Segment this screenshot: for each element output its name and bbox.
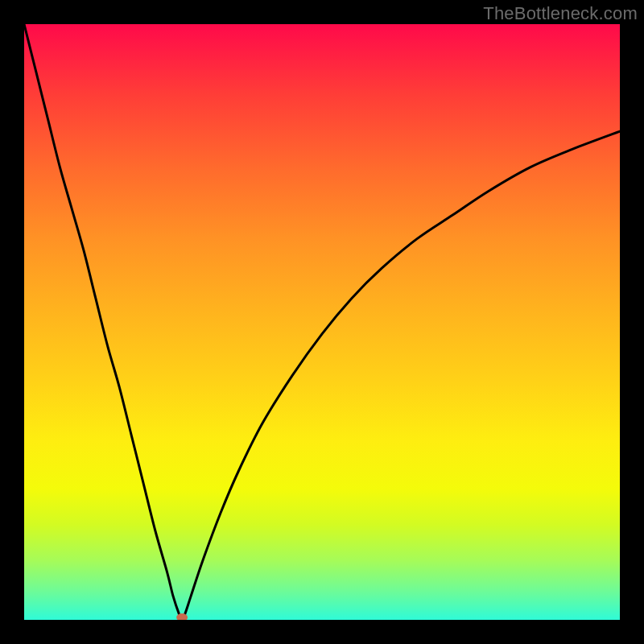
bottleneck-curve [24,24,620,620]
plot-area [24,24,620,620]
chart-frame: TheBottleneck.com [0,0,644,644]
curve-layer [24,24,620,620]
attribution-text: TheBottleneck.com [483,3,638,24]
